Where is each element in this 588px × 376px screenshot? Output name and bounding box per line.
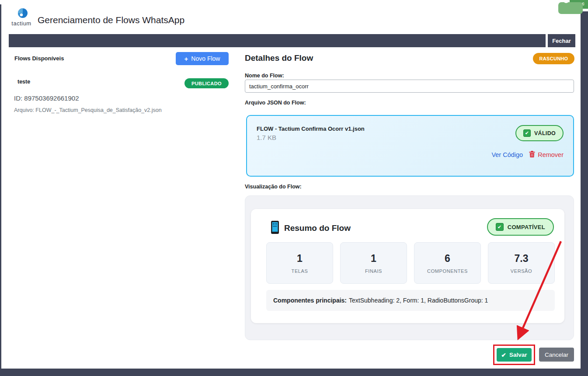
plus-icon: + (184, 55, 188, 63)
tactium-logo: tactium (8, 8, 35, 27)
save-button[interactable]: ✔ Salvar (497, 348, 532, 362)
remove-link[interactable]: Remover (529, 151, 564, 159)
json-file-label: Arquivo JSON do Flow: (245, 100, 306, 106)
summary-header: Resumo do Flow (271, 221, 351, 236)
tactium-logo-icon (14, 13, 28, 21)
remove-label: Remover (538, 151, 564, 158)
check-icon: ✔ (501, 352, 506, 359)
stat-versao: 7.3 VERSÃO (488, 242, 555, 284)
summary-title: Resumo do Flow (284, 223, 351, 233)
valid-badge: ✔ VÁLIDO (515, 125, 564, 141)
cancel-button[interactable]: Cancelar (539, 348, 574, 362)
trash-icon (529, 151, 535, 159)
preview-label: Visualização do Flow: (245, 184, 302, 190)
compatible-badge-label: COMPATÍVEL (508, 224, 545, 230)
stat-label: COMPONENTES (427, 268, 468, 274)
stat-label: VERSÃO (511, 268, 532, 274)
flow-id-text: ID: 897503692661902 (14, 94, 79, 102)
phone-icon (271, 221, 279, 236)
check-icon: ✔ (496, 223, 504, 231)
tactium-logo-text: tactium (8, 20, 35, 27)
stat-label: FINAIS (365, 268, 382, 274)
page-left-edge (0, 4, 1, 376)
view-code-link[interactable]: Ver Código (491, 151, 523, 158)
stat-value: 1 (297, 253, 303, 265)
main-components-bar: Componentes principais: TextSubheading: … (266, 290, 555, 311)
components-label: Componentes principais: (273, 297, 347, 304)
stat-value: 6 (445, 253, 450, 265)
new-flow-label: Novo Flow (191, 55, 220, 62)
flow-preview-panel: Resumo do Flow ✔ COMPATÍVEL 1 TELAS 1 FI… (245, 195, 574, 340)
stat-value: 7.3 (515, 253, 529, 265)
close-button[interactable]: Fechar (548, 34, 575, 47)
save-label: Salvar (509, 352, 527, 358)
flow-name-input[interactable] (245, 80, 574, 93)
stat-value: 1 (371, 253, 376, 265)
flows-list-title: Flows Disponíveis (14, 55, 64, 62)
json-file-card: FLOW - Tactium Confirma Ocorr v1.json 1.… (246, 115, 574, 177)
flow-summary-card: Resumo do Flow ✔ COMPATÍVEL 1 TELAS 1 FI… (251, 209, 564, 323)
stat-telas: 1 TELAS (266, 242, 333, 284)
draft-status-badge: RASCUNHO (533, 53, 574, 64)
file-name: FLOW - Tactium Confirma Ocorr v1.json (257, 125, 365, 132)
stat-label: TELAS (292, 268, 308, 274)
stat-finais: 1 FINAIS (340, 242, 407, 284)
stat-componentes: 6 COMPONENTES (414, 242, 481, 284)
published-status-badge: PUBLICADO (184, 78, 229, 88)
page-right-edge (581, 11, 588, 376)
summary-stats: 1 TELAS 1 FINAIS 6 COMPONENTES 7.3 VERSÃ… (266, 242, 555, 284)
details-title: Detalhes do Flow (245, 53, 313, 63)
valid-badge-label: VÁLIDO (534, 130, 556, 136)
flow-list-item-name[interactable]: teste (17, 79, 30, 85)
success-toast-body (558, 2, 583, 14)
file-size: 1.7 KB (257, 134, 276, 141)
flow-file-text: Arquivo: FLOW_-_Tactium_Pesquisa_de_Sati… (14, 107, 162, 113)
check-icon: ✔ (523, 129, 531, 137)
compatible-badge: ✔ COMPATÍVEL (487, 218, 554, 236)
page-bottom-bar (0, 369, 588, 376)
new-flow-button[interactable]: + Novo Flow (176, 52, 229, 65)
flow-name-label: Nome do Flow: (245, 73, 284, 79)
top-navbar (9, 34, 546, 47)
page-title: Gerenciamento de Flows WhatsApp (38, 15, 184, 25)
file-actions: Ver Código Remover (491, 151, 564, 159)
components-value: TextSubheading: 2, Form: 1, RadioButtons… (349, 297, 488, 304)
